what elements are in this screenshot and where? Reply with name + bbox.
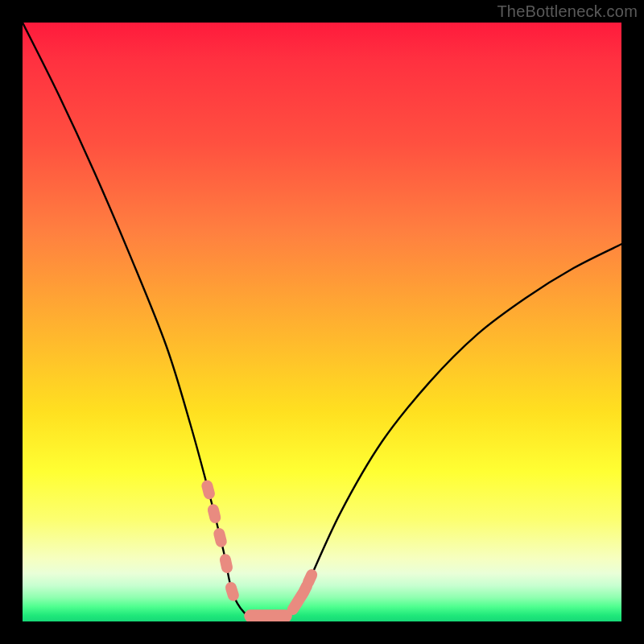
marker-capsule bbox=[200, 479, 217, 501]
curve-layer bbox=[23, 23, 621, 621]
marker-capsule bbox=[206, 503, 221, 525]
marker-bottom-bar bbox=[244, 609, 292, 621]
marker-capsule bbox=[219, 553, 234, 574]
gradient-plot-area bbox=[23, 23, 621, 621]
marker-layer bbox=[200, 479, 320, 621]
watermark-text: TheBottleneck.com bbox=[497, 2, 638, 21]
bottleneck-curve bbox=[23, 23, 621, 617]
marker-capsule bbox=[213, 527, 228, 549]
marker-capsule bbox=[224, 580, 241, 602]
outer-black-frame: TheBottleneck.com bbox=[0, 0, 644, 644]
